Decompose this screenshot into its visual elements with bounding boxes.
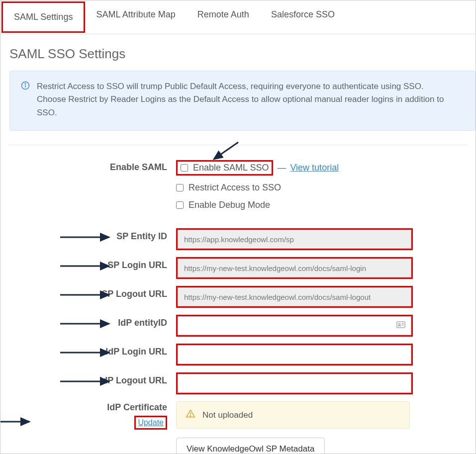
page-title: SAML SSO Settings [9,46,476,62]
checkbox-line-restrict-access: Restrict Access to SSO [176,182,467,194]
checkbox-label-restrict-access: Restrict Access to SSO [189,182,281,193]
dash-separator: — [277,163,286,173]
info-banner: Restrict Access to SSO will trump Public… [9,71,476,131]
svg-point-17 [190,416,190,416]
checkbox-enable-saml-sso[interactable] [181,164,188,172]
annotation-arrow-sp-entity-id [59,232,114,242]
id-card-icon [396,321,405,330]
annotation-arrow-sp-logout-url [59,290,114,300]
input-idp-logout-url[interactable] [178,374,411,393]
row-sp-login-url: SP Login URL [9,257,467,279]
view-sp-metadata-button[interactable]: View KnowledgeOwl SP Metadata [176,438,325,454]
row-sp-entity-id: SP Entity ID [9,228,467,250]
svg-line-4 [214,142,238,159]
link-update-certificate[interactable]: Update [138,418,164,427]
input-sp-login-url[interactable] [178,259,411,277]
input-sp-logout-url[interactable] [178,287,411,306]
tab-saml-attribute-map[interactable]: SAML Attribute Map [85,0,186,34]
label-idp-login-url: IdP Login URL [105,347,167,357]
checkbox-label-enable-debug: Enable Debug Mode [189,200,270,210]
checkbox-line-enable-debug: Enable Debug Mode [176,199,467,211]
checkbox-restrict-access[interactable] [176,184,184,191]
row-idp-certificate: IdP Certificate Update Not uploaded Vi [9,401,467,454]
tab-salesforce-sso[interactable]: Salesforce SSO [260,0,346,34]
row-idp-login-url: IdP Login URL [9,344,467,365]
warning-icon [186,409,195,421]
tab-saml-settings[interactable]: SAML Settings [1,1,85,33]
form-area: Enable SAML Enable SAML SSO — View tutor… [9,159,467,454]
svg-point-10 [398,323,400,325]
annotation-arrow-enable-saml [211,141,241,161]
checkbox-label-enable-saml-sso: Enable SAML SSO [193,163,269,173]
annotation-arrow-idp-login-url [59,348,114,358]
label-idp-certificate: IdP Certificate [9,402,167,413]
input-sp-entity-id[interactable] [178,230,411,249]
info-icon [21,81,30,94]
info-line-2: Choose Restrict by Reader Logins as the … [37,93,464,119]
label-idp-entity-id: IdP entityID [118,318,167,328]
annotation-arrow-idp-entity-id [59,319,114,329]
checkbox-enable-debug[interactable] [176,201,184,209]
label-sp-login-url: SP Login URL [107,260,167,270]
annotation-arrow-sp-login-url [59,261,114,271]
checkbox-line-enable-saml-sso: Enable SAML SSO — View tutorial [176,159,467,177]
certificate-status-box: Not uploaded [176,401,410,429]
label-sp-entity-id: SP Entity ID [116,231,167,241]
input-idp-entity-id[interactable] [178,316,411,335]
input-idp-login-url[interactable] [178,345,411,364]
certificate-status-text: Not uploaded [202,410,253,420]
row-sp-logout-url: SP Logout URL [9,286,467,308]
annotation-arrow-idp-logout-url [59,376,114,386]
tabs-bar: SAML Settings SAML Attribute Map Remote … [0,0,476,34]
label-enable-saml: Enable SAML [110,162,167,172]
row-idp-entity-id: IdP entityID [9,315,467,337]
svg-point-3 [25,84,25,84]
annotation-arrow-update [0,417,34,427]
info-text: Restrict Access to SSO will trump Public… [37,80,464,119]
link-view-tutorial[interactable]: View tutorial [290,163,339,173]
info-line-1: Restrict Access to SSO will trump Public… [37,80,464,93]
row-idp-logout-url: IdP Logout URL [9,372,467,394]
row-enable-saml: Enable SAML Enable SAML SSO — View tutor… [9,159,467,216]
tab-remote-auth[interactable]: Remote Auth [187,0,260,34]
